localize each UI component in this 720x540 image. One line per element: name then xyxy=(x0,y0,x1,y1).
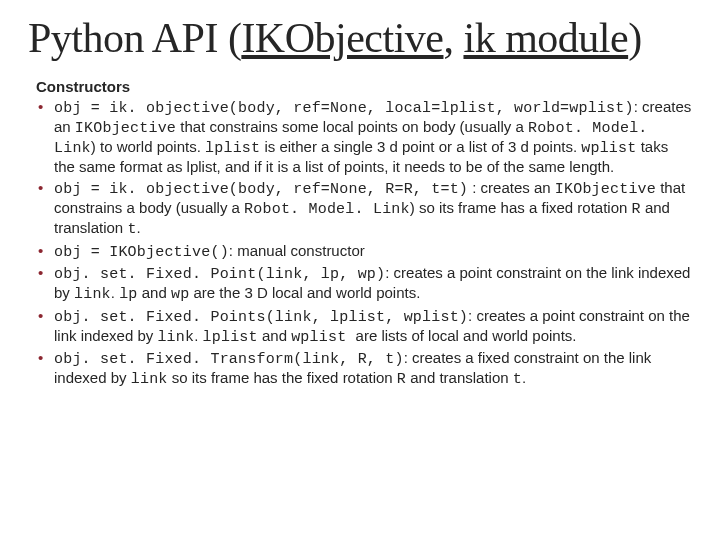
body-text: that constrains some local points on bod… xyxy=(176,118,528,135)
list-item: obj = IKObjective(): manual constructor xyxy=(36,242,692,262)
body-text: . xyxy=(137,219,141,236)
code-sample: wplist xyxy=(581,140,636,157)
code-sample: R xyxy=(397,371,406,388)
code-sample: obj. set. Fixed. Transform(link, R, t) xyxy=(54,351,404,368)
body-text: is either a single 3 d point or a list o… xyxy=(260,138,581,155)
code-sample: t xyxy=(513,371,522,388)
constructors-list: obj = ik. objective(body, ref=None, loca… xyxy=(28,98,692,390)
code-sample: obj = ik. objective(body, ref=None, R=R,… xyxy=(54,181,468,198)
list-item: obj. set. Fixed. Points(link, lplist, wp… xyxy=(36,307,692,348)
title-suffix: ) xyxy=(628,15,642,61)
body-text: and translation xyxy=(406,369,513,386)
code-sample: link xyxy=(131,371,168,388)
body-text: are the 3 D local and world points. xyxy=(189,284,420,301)
code-sample: lp xyxy=(119,286,137,303)
body-text: . xyxy=(111,284,119,301)
list-item: obj. set. Fixed. Transform(link, R, t): … xyxy=(36,349,692,390)
code-sample: obj = ik. objective(body, ref=None, loca… xyxy=(54,100,634,117)
body-text: ) so its frame has a fixed rotation xyxy=(410,199,632,216)
body-text: . xyxy=(194,327,202,344)
body-text: and xyxy=(258,327,291,344)
code-sample: wp xyxy=(171,286,189,303)
body-text: are lists of local and world points. xyxy=(356,327,577,344)
list-item: obj. set. Fixed. Point(link, lp, wp): cr… xyxy=(36,264,692,305)
code-sample: link xyxy=(74,286,111,303)
code-sample: IKObjective xyxy=(555,181,656,198)
body-text: so its frame has the fixed rotation xyxy=(168,369,397,386)
title-link-ik-module[interactable]: ik module xyxy=(463,15,628,61)
code-sample: link xyxy=(157,329,194,346)
title-sep: , xyxy=(443,15,463,61)
body-text: . xyxy=(522,369,526,386)
code-sample: t xyxy=(127,221,136,238)
body-text: ) to world points. xyxy=(91,138,205,155)
code-sample: obj. set. Fixed. Point(link, lp, wp) xyxy=(54,266,385,283)
title-link-ikobjective[interactable]: IKObjective xyxy=(241,15,443,61)
body-text: : manual constructor xyxy=(229,242,365,259)
code-sample: lplist xyxy=(205,140,260,157)
code-sample: lplist xyxy=(203,329,258,346)
code-sample: Robot. Model. Link xyxy=(244,201,410,218)
page-title: Python API (IKObjective, ik module) xyxy=(28,14,692,62)
body-text: : creates an xyxy=(468,179,555,196)
code-sample: R xyxy=(632,201,641,218)
body-text: and xyxy=(138,284,171,301)
constructors-heading: Constructors xyxy=(36,78,692,95)
title-prefix: Python API ( xyxy=(28,15,241,61)
code-sample: obj = IKObjective() xyxy=(54,244,229,261)
code-sample: obj. set. Fixed. Points(link, lplist, wp… xyxy=(54,309,468,326)
list-item: obj = ik. objective(body, ref=None, R=R,… xyxy=(36,179,692,240)
code-sample: wplist xyxy=(291,329,355,346)
list-item: obj = ik. objective(body, ref=None, loca… xyxy=(36,98,692,177)
code-sample: IKObjective xyxy=(75,120,176,137)
